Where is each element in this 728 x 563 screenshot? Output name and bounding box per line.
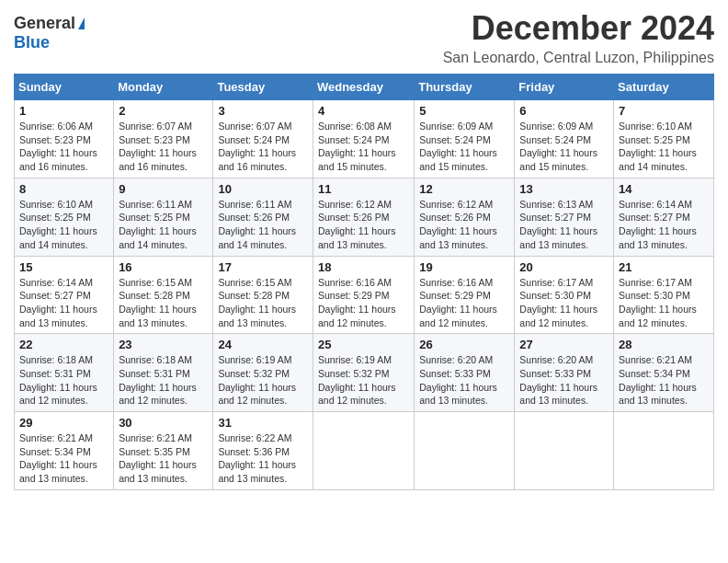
day-number: 16 bbox=[119, 260, 208, 274]
day-info: Sunrise: 6:16 AMSunset: 5:29 PMDaylight:… bbox=[318, 276, 409, 330]
day-info: Sunrise: 6:21 AMSunset: 5:35 PMDaylight:… bbox=[119, 431, 208, 486]
day-number: 30 bbox=[119, 416, 208, 430]
day-info: Sunrise: 6:17 AMSunset: 5:30 PMDaylight:… bbox=[619, 276, 709, 330]
day-info: Sunrise: 6:15 AMSunset: 5:28 PMDaylight:… bbox=[119, 276, 208, 330]
calendar-week-2: 8Sunrise: 6:10 AMSunset: 5:25 PMDaylight… bbox=[15, 178, 714, 256]
calendar-cell: 2Sunrise: 6:07 AMSunset: 5:23 PMDaylight… bbox=[114, 100, 213, 178]
day-number: 26 bbox=[419, 338, 509, 351]
day-number: 11 bbox=[318, 182, 409, 196]
day-info: Sunrise: 6:06 AMSunset: 5:23 PMDaylight:… bbox=[19, 120, 108, 174]
day-number: 18 bbox=[318, 260, 409, 274]
day-info: Sunrise: 6:21 AMSunset: 5:34 PMDaylight:… bbox=[19, 431, 108, 486]
calendar-cell bbox=[515, 412, 614, 490]
calendar-cell: 23Sunrise: 6:18 AMSunset: 5:31 PMDayligh… bbox=[114, 334, 213, 412]
calendar-cell: 5Sunrise: 6:09 AMSunset: 5:24 PMDaylight… bbox=[415, 100, 515, 178]
day-number: 13 bbox=[519, 182, 609, 196]
calendar-cell bbox=[313, 412, 414, 490]
calendar-cell: 1Sunrise: 6:06 AMSunset: 5:23 PMDaylight… bbox=[15, 100, 114, 178]
day-info: Sunrise: 6:15 AMSunset: 5:28 PMDaylight:… bbox=[218, 276, 308, 330]
day-number: 7 bbox=[619, 104, 709, 118]
day-info: Sunrise: 6:09 AMSunset: 5:24 PMDaylight:… bbox=[519, 120, 609, 174]
day-info: Sunrise: 6:21 AMSunset: 5:34 PMDaylight:… bbox=[619, 353, 709, 408]
calendar-week-4: 22Sunrise: 6:18 AMSunset: 5:31 PMDayligh… bbox=[15, 334, 714, 412]
day-info: Sunrise: 6:12 AMSunset: 5:26 PMDaylight:… bbox=[419, 198, 509, 252]
day-number: 5 bbox=[419, 104, 509, 118]
calendar-cell: 18Sunrise: 6:16 AMSunset: 5:29 PMDayligh… bbox=[313, 256, 414, 334]
day-info: Sunrise: 6:18 AMSunset: 5:31 PMDaylight:… bbox=[119, 353, 208, 408]
calendar-cell: 4Sunrise: 6:08 AMSunset: 5:24 PMDaylight… bbox=[313, 100, 414, 178]
calendar-header-friday: Friday bbox=[515, 75, 614, 100]
day-number: 28 bbox=[619, 338, 709, 351]
calendar-cell: 28Sunrise: 6:21 AMSunset: 5:34 PMDayligh… bbox=[614, 334, 714, 412]
day-number: 20 bbox=[519, 260, 609, 274]
calendar-header-wednesday: Wednesday bbox=[313, 75, 414, 100]
calendar-cell: 26Sunrise: 6:20 AMSunset: 5:33 PMDayligh… bbox=[415, 334, 515, 412]
calendar-cell: 10Sunrise: 6:11 AMSunset: 5:26 PMDayligh… bbox=[213, 178, 313, 256]
calendar-cell: 12Sunrise: 6:12 AMSunset: 5:26 PMDayligh… bbox=[415, 178, 515, 256]
day-info: Sunrise: 6:08 AMSunset: 5:24 PMDaylight:… bbox=[318, 120, 409, 174]
day-number: 25 bbox=[318, 338, 409, 351]
page-header: General Blue December 2024 San Leonardo,… bbox=[14, 9, 714, 66]
day-info: Sunrise: 6:19 AMSunset: 5:32 PMDaylight:… bbox=[218, 353, 308, 408]
calendar-cell: 8Sunrise: 6:10 AMSunset: 5:25 PMDaylight… bbox=[15, 178, 114, 256]
calendar-cell: 31Sunrise: 6:22 AMSunset: 5:36 PMDayligh… bbox=[213, 412, 313, 490]
day-info: Sunrise: 6:20 AMSunset: 5:33 PMDaylight:… bbox=[419, 353, 509, 408]
calendar-cell: 22Sunrise: 6:18 AMSunset: 5:31 PMDayligh… bbox=[15, 334, 114, 412]
day-number: 8 bbox=[19, 182, 108, 196]
calendar-table: SundayMondayTuesdayWednesdayThursdayFrid… bbox=[14, 74, 714, 490]
day-info: Sunrise: 6:16 AMSunset: 5:29 PMDaylight:… bbox=[419, 276, 509, 330]
calendar-cell: 24Sunrise: 6:19 AMSunset: 5:32 PMDayligh… bbox=[213, 334, 313, 412]
calendar-cell: 20Sunrise: 6:17 AMSunset: 5:30 PMDayligh… bbox=[515, 256, 614, 334]
calendar-header-saturday: Saturday bbox=[614, 75, 714, 100]
day-number: 19 bbox=[419, 260, 509, 274]
calendar-header-tuesday: Tuesday bbox=[213, 75, 313, 100]
calendar-cell: 17Sunrise: 6:15 AMSunset: 5:28 PMDayligh… bbox=[213, 256, 313, 334]
day-info: Sunrise: 6:07 AMSunset: 5:24 PMDaylight:… bbox=[218, 120, 308, 174]
day-number: 22 bbox=[19, 338, 108, 351]
day-number: 21 bbox=[619, 260, 709, 274]
day-info: Sunrise: 6:14 AMSunset: 5:27 PMDaylight:… bbox=[19, 276, 108, 330]
logo-general: General bbox=[14, 14, 75, 33]
day-info: Sunrise: 6:13 AMSunset: 5:27 PMDaylight:… bbox=[519, 198, 609, 252]
day-number: 4 bbox=[318, 104, 409, 118]
calendar-cell bbox=[614, 412, 714, 490]
calendar-header-sunday: Sunday bbox=[15, 75, 114, 100]
calendar-cell: 3Sunrise: 6:07 AMSunset: 5:24 PMDaylight… bbox=[213, 100, 313, 178]
calendar-week-5: 29Sunrise: 6:21 AMSunset: 5:34 PMDayligh… bbox=[15, 412, 714, 490]
calendar-cell: 7Sunrise: 6:10 AMSunset: 5:25 PMDaylight… bbox=[614, 100, 714, 178]
calendar-cell: 19Sunrise: 6:16 AMSunset: 5:29 PMDayligh… bbox=[415, 256, 515, 334]
logo-blue: Blue bbox=[14, 33, 50, 52]
day-info: Sunrise: 6:10 AMSunset: 5:25 PMDaylight:… bbox=[619, 120, 709, 174]
day-number: 10 bbox=[218, 182, 308, 196]
day-info: Sunrise: 6:07 AMSunset: 5:23 PMDaylight:… bbox=[119, 120, 208, 174]
calendar-cell: 9Sunrise: 6:11 AMSunset: 5:25 PMDaylight… bbox=[114, 178, 213, 256]
day-info: Sunrise: 6:11 AMSunset: 5:26 PMDaylight:… bbox=[218, 198, 308, 252]
day-number: 29 bbox=[19, 416, 108, 430]
calendar-cell: 13Sunrise: 6:13 AMSunset: 5:27 PMDayligh… bbox=[515, 178, 614, 256]
day-number: 9 bbox=[119, 182, 208, 196]
day-info: Sunrise: 6:20 AMSunset: 5:33 PMDaylight:… bbox=[519, 353, 609, 408]
calendar-header-monday: Monday bbox=[114, 75, 213, 100]
day-number: 14 bbox=[619, 182, 709, 196]
day-number: 31 bbox=[218, 416, 308, 430]
day-number: 2 bbox=[119, 104, 208, 118]
day-number: 24 bbox=[218, 338, 308, 351]
calendar-cell: 25Sunrise: 6:19 AMSunset: 5:32 PMDayligh… bbox=[313, 334, 414, 412]
day-number: 27 bbox=[519, 338, 609, 351]
day-info: Sunrise: 6:11 AMSunset: 5:25 PMDaylight:… bbox=[119, 198, 208, 252]
day-info: Sunrise: 6:12 AMSunset: 5:26 PMDaylight:… bbox=[318, 198, 409, 252]
calendar-week-3: 15Sunrise: 6:14 AMSunset: 5:27 PMDayligh… bbox=[15, 256, 714, 334]
title-area: December 2024 San Leonardo, Central Luzo… bbox=[443, 9, 714, 66]
calendar-week-1: 1Sunrise: 6:06 AMSunset: 5:23 PMDaylight… bbox=[15, 100, 714, 178]
day-info: Sunrise: 6:19 AMSunset: 5:32 PMDaylight:… bbox=[318, 353, 409, 408]
day-number: 17 bbox=[218, 260, 308, 274]
day-number: 15 bbox=[19, 260, 108, 274]
day-number: 1 bbox=[19, 104, 108, 118]
calendar-cell: 16Sunrise: 6:15 AMSunset: 5:28 PMDayligh… bbox=[114, 256, 213, 334]
day-number: 23 bbox=[119, 338, 208, 351]
calendar-cell: 21Sunrise: 6:17 AMSunset: 5:30 PMDayligh… bbox=[614, 256, 714, 334]
day-number: 12 bbox=[419, 182, 509, 196]
calendar-cell: 14Sunrise: 6:14 AMSunset: 5:27 PMDayligh… bbox=[614, 178, 714, 256]
day-info: Sunrise: 6:18 AMSunset: 5:31 PMDaylight:… bbox=[19, 353, 108, 408]
page-title: December 2024 bbox=[443, 9, 714, 48]
